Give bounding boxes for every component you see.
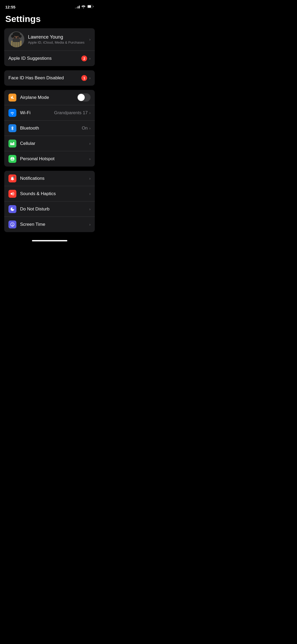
do-not-disturb-icon xyxy=(8,205,16,213)
personal-hotspot-row[interactable]: Personal Hotspot › xyxy=(4,151,95,167)
personal-hotspot-label: Personal Hotspot xyxy=(20,156,89,162)
system-settings-group: Notifications › Sounds & Haptics › Do No… xyxy=(4,171,95,232)
sounds-haptics-label: Sounds & Haptics xyxy=(20,191,89,196)
svg-point-11 xyxy=(14,37,16,39)
sounds-haptics-icon xyxy=(8,190,16,198)
wifi-row[interactable]: Wi-Fi Grandparents 17 › xyxy=(4,105,95,121)
svg-point-18 xyxy=(13,176,14,177)
status-bar: 12:55 xyxy=(0,0,99,12)
bluetooth-row[interactable]: Bluetooth On › xyxy=(4,121,95,136)
cellular-chevron: › xyxy=(89,141,91,146)
personal-hotspot-chevron: › xyxy=(89,157,91,161)
status-time: 12:55 xyxy=(5,5,15,9)
battery-icon xyxy=(87,4,94,9)
face-id-chevron: › xyxy=(89,76,91,80)
cellular-icon xyxy=(8,140,16,148)
airplane-mode-toggle-knob xyxy=(78,94,85,101)
wifi-label: Wi-Fi xyxy=(20,110,54,116)
connectivity-group: Airplane Mode Wi-Fi Grandparents 17 › Bl… xyxy=(4,90,95,167)
face-id-group: Face ID Has Been Disabled 1 › xyxy=(4,70,95,86)
svg-point-14 xyxy=(11,35,14,38)
notifications-icon xyxy=(8,174,16,182)
sounds-haptics-chevron: › xyxy=(89,192,91,196)
personal-hotspot-icon xyxy=(8,155,16,163)
svg-rect-10 xyxy=(13,38,20,42)
bottom-bar xyxy=(0,236,99,246)
screen-time-label: Screen Time xyxy=(20,222,89,227)
airplane-mode-row[interactable]: Airplane Mode xyxy=(4,90,95,105)
screen-time-icon xyxy=(8,220,16,228)
profile-row[interactable]: Lawrence Young Apple ID, iCloud, Media &… xyxy=(4,28,95,51)
profile-info: Lawrence Young Apple ID, iCloud, Media &… xyxy=(28,34,89,44)
wifi-icon xyxy=(81,4,86,9)
svg-point-12 xyxy=(17,37,19,39)
cellular-row[interactable]: Cellular › xyxy=(4,136,95,151)
sounds-haptics-row[interactable]: Sounds & Haptics › xyxy=(4,186,95,201)
airplane-mode-toggle[interactable] xyxy=(77,93,91,102)
wifi-chevron: › xyxy=(89,111,91,115)
svg-point-15 xyxy=(18,35,22,38)
notifications-chevron: › xyxy=(89,176,91,181)
bluetooth-label: Bluetooth xyxy=(20,126,82,131)
do-not-disturb-row[interactable]: Do Not Disturb › xyxy=(4,201,95,217)
wifi-setting-icon xyxy=(8,109,16,117)
profile-chevron: › xyxy=(89,37,91,42)
bluetooth-icon xyxy=(8,124,16,132)
cellular-label: Cellular xyxy=(20,141,89,146)
page-title: Settings xyxy=(0,12,99,28)
screen-time-row[interactable]: Screen Time › xyxy=(4,217,95,232)
bluetooth-value: On xyxy=(82,126,88,131)
svg-rect-19 xyxy=(11,226,14,226)
apple-id-suggestions-chevron: › xyxy=(89,56,91,61)
apple-id-suggestions-label: Apple ID Suggestions xyxy=(8,56,81,61)
face-id-badge: 1 xyxy=(81,75,87,81)
profile-subtitle: Apple ID, iCloud, Media & Purchases xyxy=(28,40,89,44)
notifications-label: Notifications xyxy=(20,176,89,181)
svg-rect-1 xyxy=(93,6,94,7)
screen-time-chevron: › xyxy=(89,222,91,227)
profile-name: Lawrence Young xyxy=(28,34,89,40)
wifi-value: Grandparents 17 xyxy=(54,110,88,116)
bluetooth-chevron: › xyxy=(89,126,91,130)
apple-id-suggestions-row[interactable]: Apple ID Suggestions 2 › xyxy=(4,51,95,66)
apple-id-suggestions-badge: 2 xyxy=(81,56,87,61)
do-not-disturb-chevron: › xyxy=(89,207,91,211)
airplane-mode-icon xyxy=(8,94,16,102)
face-id-label: Face ID Has Been Disabled xyxy=(8,75,81,81)
face-id-row[interactable]: Face ID Has Been Disabled 1 › xyxy=(4,70,95,86)
do-not-disturb-label: Do Not Disturb xyxy=(20,206,89,212)
airplane-mode-label: Airplane Mode xyxy=(20,95,75,100)
profile-group: Lawrence Young Apple ID, iCloud, Media &… xyxy=(4,28,95,66)
signal-icon xyxy=(75,5,80,8)
svg-rect-2 xyxy=(88,5,91,8)
status-icons xyxy=(75,4,94,9)
home-indicator xyxy=(32,240,67,241)
notifications-row[interactable]: Notifications › xyxy=(4,171,95,186)
avatar xyxy=(8,31,24,47)
